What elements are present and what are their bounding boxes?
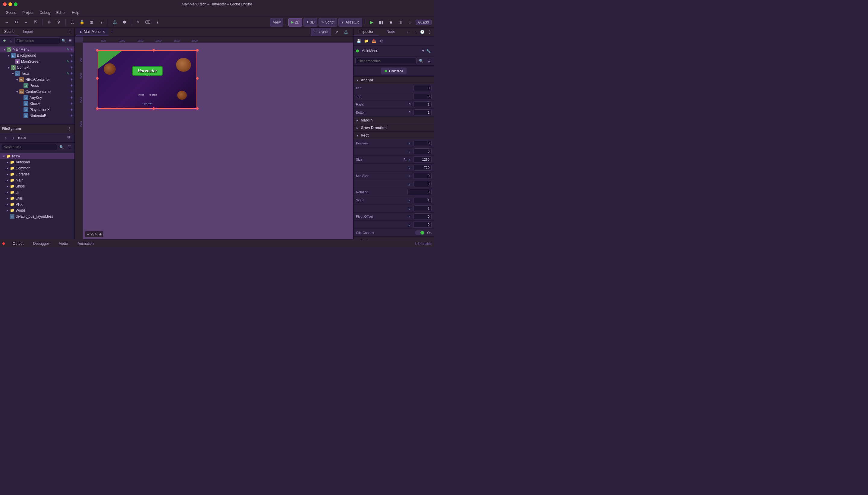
tool-more[interactable]: ⋮: [97, 18, 105, 27]
zoom-in-btn[interactable]: +: [99, 232, 102, 237]
zoom-out-btn[interactable]: −: [87, 232, 89, 237]
add-node-btn[interactable]: +: [2, 37, 7, 44]
tool-more2[interactable]: ⋮: [153, 18, 161, 27]
tool-paint[interactable]: ✎: [134, 18, 142, 27]
anchor-bottom-input[interactable]: [414, 109, 432, 116]
view-button[interactable]: View: [270, 18, 283, 27]
fs-item-autoload[interactable]: ► 📁 Autoload: [0, 159, 74, 165]
tab-inspector[interactable]: Inspector: [353, 28, 379, 36]
fs-item-default-bus[interactable]: ► ▤ default_bus_layout.tres: [0, 214, 74, 220]
scene-menu-btn[interactable]: ⋮: [67, 29, 73, 35]
fs-back-btn[interactable]: ‹: [2, 134, 9, 141]
instance-btn[interactable]: ☇: [8, 37, 14, 44]
minsize-x-input[interactable]: [414, 173, 432, 179]
fs-forward-btn[interactable]: ›: [10, 134, 17, 141]
sel-handle-tr[interactable]: [196, 49, 198, 52]
pivotoffset-x-input[interactable]: [414, 214, 432, 220]
pivotoffset-y-input[interactable]: [414, 222, 432, 227]
viewport-expand-btn[interactable]: ↗: [332, 28, 341, 36]
insp-filter-search-btn[interactable]: 🔍: [418, 57, 424, 64]
fs-menu-btn[interactable]: ⋮: [66, 125, 73, 132]
fs-item-ui[interactable]: ► 📁 UI: [0, 189, 74, 195]
tree-item-texts[interactable]: ▼ □ Texts ✎ 👁: [0, 70, 74, 76]
anchor-right-reset-btn[interactable]: ↻: [407, 102, 412, 107]
maximize-button[interactable]: [14, 2, 17, 6]
insp-save-btn[interactable]: 💾: [355, 38, 362, 44]
tool-rotate[interactable]: ↻: [12, 18, 20, 27]
bottom-tab-animation[interactable]: Animation: [74, 240, 97, 247]
tool-snap[interactable]: ☷: [68, 18, 76, 27]
fs-item-utils[interactable]: ► 📁 Utils: [0, 195, 74, 201]
close-button[interactable]: [3, 2, 7, 6]
tool-bones[interactable]: ⚈: [120, 18, 129, 27]
tree-item-press[interactable]: ▼ Lb Press 👁: [0, 83, 74, 89]
viewport-anchor-btn[interactable]: ⚓: [342, 28, 350, 36]
size-reset-btn[interactable]: ↻: [403, 157, 407, 162]
tree-item-hbox[interactable]: ▼ HB HBoxContainer 👁: [0, 76, 74, 83]
stop-button[interactable]: ■: [387, 18, 395, 27]
size-y-input[interactable]: [414, 165, 432, 171]
rotation-input[interactable]: [407, 189, 432, 195]
minsize-y-input[interactable]: [414, 181, 432, 187]
search-btn[interactable]: 🔍: [61, 37, 67, 44]
insp-back-btn[interactable]: ‹: [404, 29, 411, 35]
tree-item-background[interactable]: ▼ □ Background 👁: [0, 52, 74, 58]
scale-y-input[interactable]: [414, 205, 432, 211]
fs-grid-btn[interactable]: ☷: [65, 134, 72, 141]
mode-3d-button[interactable]: ✦ 3D: [303, 18, 317, 27]
fs-search-input[interactable]: [2, 144, 57, 150]
clip-content-toggle[interactable]: [415, 230, 425, 235]
layout-button[interactable]: ☷ Layout: [311, 28, 331, 36]
add-tab-btn[interactable]: +: [108, 28, 116, 36]
play-button[interactable]: ▶: [367, 18, 376, 27]
tab-node[interactable]: Node: [379, 28, 403, 36]
tool-scale[interactable]: ⇱: [31, 18, 40, 27]
filter-properties-input[interactable]: [355, 57, 417, 64]
sel-handle-mr[interactable]: [196, 77, 198, 80]
menu-editor[interactable]: Editor: [53, 10, 69, 15]
menu-project[interactable]: Project: [19, 10, 36, 15]
sel-handle-bl[interactable]: [96, 107, 99, 110]
fs-item-main[interactable]: ► 📁 Main: [0, 177, 74, 183]
bottom-tab-audio[interactable]: Audio: [56, 240, 71, 247]
scale-x-input[interactable]: [414, 197, 432, 203]
insp-settings-btn[interactable]: ⚙: [378, 38, 385, 44]
sel-handle-bc[interactable]: [153, 107, 155, 110]
tree-item-nintb[interactable]: ▼ □ NintendoB 👁: [0, 113, 74, 119]
rect-header[interactable]: ▼ Rect: [353, 132, 434, 139]
pause-button[interactable]: ▮▮: [377, 18, 385, 27]
debug2-button[interactable]: ♘: [406, 18, 414, 27]
fs-sort-btn[interactable]: ☰: [66, 144, 73, 150]
tree-item-psxbox[interactable]: ▼ □ PlaystationX 👁: [0, 107, 74, 113]
filter-btn[interactable]: ☰: [67, 37, 73, 44]
anchor-bottom-reset-btn[interactable]: ↻: [407, 110, 412, 115]
fs-item-ships[interactable]: ► 📁 Ships: [0, 183, 74, 189]
mode-2d-button[interactable]: ▶ 2D: [289, 18, 302, 27]
tool-anchor[interactable]: ⚓: [110, 18, 119, 27]
insp-more-btn[interactable]: ⋮: [426, 29, 433, 35]
tree-item-context[interactable]: ▼ ◯ Context 👁: [0, 65, 74, 70]
tool-select[interactable]: →: [2, 18, 11, 27]
bottom-tab-debugger[interactable]: Debugger: [30, 240, 52, 247]
menu-help[interactable]: Help: [69, 10, 82, 15]
tool-pan[interactable]: ♾: [45, 18, 53, 27]
mode-script-button[interactable]: ✎ Script: [318, 18, 337, 27]
tab-scene[interactable]: Scene: [0, 28, 19, 36]
position-x-input[interactable]: [414, 140, 432, 146]
tool-erase[interactable]: ⌫: [143, 18, 152, 27]
menu-debug[interactable]: Debug: [36, 10, 53, 15]
tree-item-xboxa[interactable]: ▼ □ XboxA 👁: [0, 101, 74, 107]
mode-assetlib-button[interactable]: ▼ AssetLib: [338, 18, 362, 27]
anchor-header[interactable]: ▼ Anchor: [353, 76, 434, 84]
canvas-area[interactable]: Harvester Game Press to start ○ gDQuest: [83, 42, 353, 239]
tool-zoom[interactable]: ⚲: [55, 18, 63, 27]
menu-scene[interactable]: Scene: [3, 10, 19, 15]
tree-item-anykey[interactable]: ▼ □ AnyKey 👁: [0, 95, 74, 101]
tree-item-mainscreen[interactable]: ▼ ◆ MainScreen ✎ 👁: [0, 58, 74, 65]
tree-item-center[interactable]: ▼ CC CenterContaine 👁: [0, 89, 74, 95]
tree-item-mainmenu[interactable]: ▼ ◯ MainMenu ✎ 👁: [0, 47, 74, 52]
hint-header[interactable]: ► Hint: [353, 237, 434, 239]
grow-direction-header[interactable]: ► Grow Direction: [353, 124, 434, 132]
insp-folder-btn[interactable]: 📁: [363, 38, 369, 44]
fs-item-vfx[interactable]: ► 📁 VFX: [0, 201, 74, 207]
